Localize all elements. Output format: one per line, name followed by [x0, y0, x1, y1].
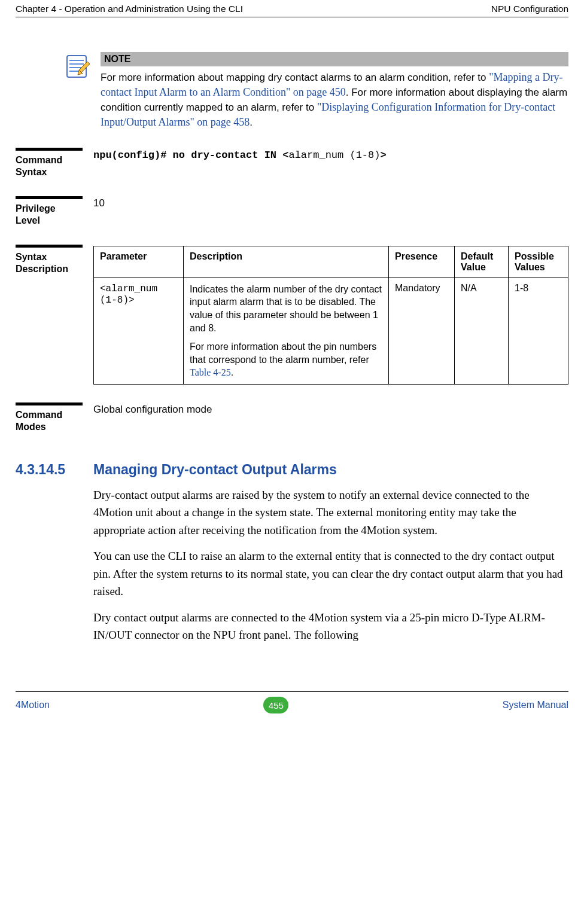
body-para-3: Dry contact output alarms are connected … [93, 609, 568, 644]
label-bar [16, 196, 83, 199]
page-number-pill: 455 [263, 697, 288, 713]
th-parameter: Parameter [94, 246, 184, 277]
td-desc-p1: Indicates the alarm number of the dry co… [190, 283, 382, 334]
th-presence: Presence [389, 246, 455, 277]
syntax-table: Parameter Description Presence Default V… [93, 246, 568, 385]
command-modes-value: Global configuration mode [93, 402, 568, 416]
page-footer: 4Motion 455 System Manual [0, 691, 584, 713]
privilege-level-value: 10 [93, 196, 568, 209]
body-para-1: Dry-contact output alarms are raised by … [93, 486, 568, 539]
th-default: Default Value [455, 246, 509, 277]
syntax-description-label2: Description [16, 264, 68, 274]
command-syntax-label1: Command [16, 155, 62, 165]
th-possible: Possible Values [509, 246, 568, 277]
label-bar [16, 245, 83, 248]
footer-right: System Manual [503, 700, 568, 710]
note-block: NOTE For more information about mapping … [63, 52, 568, 130]
th-description: Description [184, 246, 389, 277]
td-presence: Mandatory [389, 277, 455, 384]
note-icon [63, 52, 92, 81]
note-text: For more information about mapping dry c… [101, 70, 568, 130]
body-para-2: You can use the CLI to raise an alarm to… [93, 547, 568, 600]
command-modes-label1: Command [16, 410, 62, 420]
command-syntax-label2: Syntax [16, 167, 47, 177]
note-title: NOTE [101, 52, 568, 66]
command-modes-row: Command Modes Global configuration mode [16, 402, 568, 433]
header-right: NPU Configuration [491, 4, 568, 14]
syntax-description-row: Syntax Description Parameter Description… [16, 245, 568, 385]
note-text-part3: . [250, 117, 253, 128]
footer-left: 4Motion [16, 700, 50, 710]
label-bar [16, 402, 83, 405]
privilege-level-label1: Privilege [16, 203, 56, 214]
cmd-bold1: npu(config)# no dry-contact IN < [93, 150, 288, 161]
privilege-level-label2: Level [16, 215, 40, 225]
command-syntax-row: Command Syntax npu(config)# no dry-conta… [16, 148, 568, 178]
section-number: 4.3.14.5 [16, 462, 84, 478]
td-desc-p2b: . [231, 367, 233, 377]
section-title: Managing Dry-contact Output Alarms [93, 462, 568, 478]
xref-table-4-25[interactable]: Table 4-25 [190, 367, 231, 377]
td-description: Indicates the alarm number of the dry co… [184, 277, 389, 384]
header-left: Chapter 4 - Operation and Administration… [16, 4, 243, 14]
table-header-row: Parameter Description Presence Default V… [94, 246, 568, 277]
command-syntax-value: npu(config)# no dry-contact IN <alarm_nu… [93, 150, 387, 161]
command-modes-label2: Modes [16, 422, 46, 432]
td-default: N/A [455, 277, 509, 384]
table-row: <alarm_num (1-8)> Indicates the alarm nu… [94, 277, 568, 384]
td-possible: 1-8 [509, 277, 568, 384]
cmd-param: alarm_num (1-8) [288, 150, 380, 161]
privilege-level-row: Privilege Level 10 [16, 196, 568, 227]
section-heading: 4.3.14.5 Managing Dry-contact Output Ala… [16, 462, 568, 478]
footer-rule [16, 691, 568, 692]
note-text-part1: For more information about mapping dry c… [101, 72, 489, 83]
label-bar [16, 148, 83, 151]
syntax-description-label1: Syntax [16, 252, 47, 262]
td-desc-p2a: For more information about the pin numbe… [190, 341, 376, 365]
cmd-bold2: > [380, 150, 386, 161]
td-parameter: <alarm_num (1-8)> [100, 283, 157, 306]
